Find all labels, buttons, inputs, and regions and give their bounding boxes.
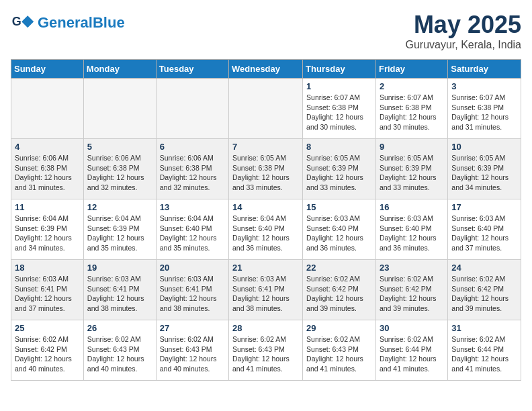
column-header-tuesday: Tuesday	[156, 60, 228, 79]
calendar-cell: 27Sunrise: 6:02 AM Sunset: 6:43 PM Dayli…	[156, 320, 228, 381]
day-number: 10	[451, 142, 517, 152]
column-header-sunday: Sunday	[11, 60, 84, 79]
calendar-cell: 26Sunrise: 6:02 AM Sunset: 6:43 PM Dayli…	[83, 320, 156, 381]
calendar-week-row: 25Sunrise: 6:02 AM Sunset: 6:42 PM Dayli…	[11, 320, 521, 381]
svg-marker-1	[21, 15, 34, 28]
day-number: 23	[380, 263, 444, 273]
cell-info: Sunrise: 6:03 AM Sunset: 6:41 PM Dayligh…	[15, 274, 80, 314]
calendar-table: SundayMondayTuesdayWednesdayThursdayFrid…	[11, 59, 521, 381]
calendar-cell: 5Sunrise: 6:06 AM Sunset: 6:38 PM Daylig…	[83, 139, 156, 199]
column-header-thursday: Thursday	[303, 60, 376, 79]
calendar-cell	[229, 79, 303, 139]
calendar-cell: 6Sunrise: 6:06 AM Sunset: 6:38 PM Daylig…	[156, 139, 228, 199]
calendar-cell: 22Sunrise: 6:02 AM Sunset: 6:42 PM Dayli…	[303, 260, 376, 320]
cell-info: Sunrise: 6:04 AM Sunset: 6:39 PM Dayligh…	[87, 214, 152, 253]
calendar-cell: 21Sunrise: 6:03 AM Sunset: 6:41 PM Dayli…	[229, 260, 303, 320]
calendar-cell: 9Sunrise: 6:05 AM Sunset: 6:39 PM Daylig…	[375, 139, 447, 199]
cell-info: Sunrise: 6:02 AM Sunset: 6:42 PM Dayligh…	[451, 274, 517, 314]
day-number: 20	[160, 263, 225, 273]
calendar-cell: 3Sunrise: 6:07 AM Sunset: 6:38 PM Daylig…	[448, 79, 521, 139]
calendar-cell: 1Sunrise: 6:07 AM Sunset: 6:38 PM Daylig…	[303, 79, 376, 139]
calendar-cell: 25Sunrise: 6:02 AM Sunset: 6:42 PM Dayli…	[11, 320, 84, 381]
day-number: 9	[380, 142, 444, 152]
calendar-cell: 7Sunrise: 6:05 AM Sunset: 6:38 PM Daylig…	[229, 139, 303, 199]
cell-info: Sunrise: 6:02 AM Sunset: 6:43 PM Dayligh…	[306, 334, 372, 374]
cell-info: Sunrise: 6:07 AM Sunset: 6:38 PM Dayligh…	[306, 93, 372, 132]
day-number: 4	[15, 142, 80, 152]
cell-info: Sunrise: 6:06 AM Sunset: 6:38 PM Dayligh…	[15, 153, 80, 193]
svg-text:G: G	[12, 15, 21, 28]
calendar-cell: 2Sunrise: 6:07 AM Sunset: 6:38 PM Daylig…	[375, 79, 447, 139]
cell-info: Sunrise: 6:06 AM Sunset: 6:38 PM Dayligh…	[160, 153, 225, 193]
day-number: 21	[232, 263, 299, 273]
day-number: 14	[232, 202, 299, 212]
cell-info: Sunrise: 6:06 AM Sunset: 6:38 PM Dayligh…	[87, 153, 152, 193]
cell-info: Sunrise: 6:04 AM Sunset: 6:39 PM Dayligh…	[15, 214, 80, 253]
logo: G GeneralBlue	[11, 11, 125, 35]
day-number: 3	[451, 81, 517, 91]
calendar-cell: 14Sunrise: 6:04 AM Sunset: 6:40 PM Dayli…	[229, 199, 303, 260]
cell-info: Sunrise: 6:07 AM Sunset: 6:38 PM Dayligh…	[380, 93, 444, 132]
calendar-week-row: 4Sunrise: 6:06 AM Sunset: 6:38 PM Daylig…	[11, 139, 521, 199]
calendar-cell	[83, 79, 156, 139]
cell-info: Sunrise: 6:03 AM Sunset: 6:41 PM Dayligh…	[232, 274, 299, 314]
cell-info: Sunrise: 6:02 AM Sunset: 6:43 PM Dayligh…	[87, 334, 152, 374]
cell-info: Sunrise: 6:03 AM Sunset: 6:41 PM Dayligh…	[87, 274, 152, 314]
month-title: May 2025	[405, 11, 521, 39]
cell-info: Sunrise: 6:02 AM Sunset: 6:42 PM Dayligh…	[15, 334, 80, 374]
day-number: 27	[160, 323, 225, 333]
cell-info: Sunrise: 6:02 AM Sunset: 6:42 PM Dayligh…	[380, 274, 444, 314]
title-block: May 2025 Guruvayur, Kerala, India	[405, 11, 521, 51]
day-number: 19	[87, 263, 152, 273]
day-number: 17	[451, 202, 517, 212]
calendar-week-row: 1Sunrise: 6:07 AM Sunset: 6:38 PM Daylig…	[11, 79, 521, 139]
location: Guruvayur, Kerala, India	[405, 39, 521, 51]
cell-info: Sunrise: 6:02 AM Sunset: 6:42 PM Dayligh…	[306, 274, 372, 314]
day-number: 7	[232, 142, 299, 152]
day-number: 11	[15, 202, 80, 212]
cell-info: Sunrise: 6:05 AM Sunset: 6:39 PM Dayligh…	[306, 153, 372, 193]
day-number: 28	[232, 323, 299, 333]
calendar-cell: 10Sunrise: 6:05 AM Sunset: 6:39 PM Dayli…	[448, 139, 521, 199]
calendar-cell	[156, 79, 228, 139]
day-number: 16	[380, 202, 444, 212]
column-header-monday: Monday	[83, 60, 156, 79]
day-number: 15	[306, 202, 372, 212]
page-header: G GeneralBlue May 2025 Guruvayur, Kerala…	[11, 11, 521, 51]
calendar-cell: 4Sunrise: 6:06 AM Sunset: 6:38 PM Daylig…	[11, 139, 84, 199]
calendar-cell: 29Sunrise: 6:02 AM Sunset: 6:43 PM Dayli…	[303, 320, 376, 381]
calendar-week-row: 18Sunrise: 6:03 AM Sunset: 6:41 PM Dayli…	[11, 260, 521, 320]
calendar-header-row: SundayMondayTuesdayWednesdayThursdayFrid…	[11, 60, 521, 79]
day-number: 12	[87, 202, 152, 212]
calendar-cell: 12Sunrise: 6:04 AM Sunset: 6:39 PM Dayli…	[83, 199, 156, 260]
calendar-cell: 28Sunrise: 6:02 AM Sunset: 6:43 PM Dayli…	[229, 320, 303, 381]
day-number: 30	[380, 323, 444, 333]
cell-info: Sunrise: 6:05 AM Sunset: 6:38 PM Dayligh…	[232, 153, 299, 193]
cell-info: Sunrise: 6:03 AM Sunset: 6:40 PM Dayligh…	[451, 214, 517, 253]
calendar-cell: 17Sunrise: 6:03 AM Sunset: 6:40 PM Dayli…	[448, 199, 521, 260]
calendar-cell: 18Sunrise: 6:03 AM Sunset: 6:41 PM Dayli…	[11, 260, 84, 320]
day-number: 25	[15, 323, 80, 333]
cell-info: Sunrise: 6:03 AM Sunset: 6:41 PM Dayligh…	[160, 274, 225, 314]
day-number: 1	[306, 81, 372, 91]
calendar-cell: 11Sunrise: 6:04 AM Sunset: 6:39 PM Dayli…	[11, 199, 84, 260]
cell-info: Sunrise: 6:05 AM Sunset: 6:39 PM Dayligh…	[380, 153, 444, 193]
cell-info: Sunrise: 6:07 AM Sunset: 6:38 PM Dayligh…	[451, 93, 517, 132]
column-header-wednesday: Wednesday	[229, 60, 303, 79]
calendar-cell: 19Sunrise: 6:03 AM Sunset: 6:41 PM Dayli…	[83, 260, 156, 320]
calendar-cell: 15Sunrise: 6:03 AM Sunset: 6:40 PM Dayli…	[303, 199, 376, 260]
day-number: 13	[160, 202, 225, 212]
day-number: 26	[87, 323, 152, 333]
cell-info: Sunrise: 6:03 AM Sunset: 6:40 PM Dayligh…	[306, 214, 372, 253]
day-number: 22	[306, 263, 372, 273]
calendar-cell: 16Sunrise: 6:03 AM Sunset: 6:40 PM Dayli…	[375, 199, 447, 260]
day-number: 6	[160, 142, 225, 152]
cell-info: Sunrise: 6:04 AM Sunset: 6:40 PM Dayligh…	[232, 214, 299, 253]
calendar-cell: 30Sunrise: 6:02 AM Sunset: 6:44 PM Dayli…	[375, 320, 447, 381]
cell-info: Sunrise: 6:02 AM Sunset: 6:44 PM Dayligh…	[380, 334, 444, 374]
cell-info: Sunrise: 6:05 AM Sunset: 6:39 PM Dayligh…	[451, 153, 517, 193]
day-number: 5	[87, 142, 152, 152]
calendar-cell: 31Sunrise: 6:02 AM Sunset: 6:44 PM Dayli…	[448, 320, 521, 381]
calendar-cell: 24Sunrise: 6:02 AM Sunset: 6:42 PM Dayli…	[448, 260, 521, 320]
day-number: 18	[15, 263, 80, 273]
